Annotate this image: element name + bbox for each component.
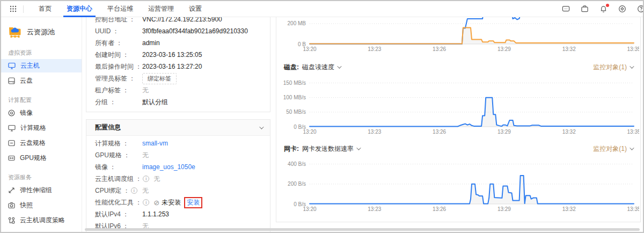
sidebar-item-label: 弹性伸缩组 [20, 186, 52, 195]
sidebar-item-label: 云主机 [20, 61, 40, 70]
sidebar-title: 云资源池 [27, 27, 55, 37]
compute-spec-link[interactable]: small-vm [142, 140, 168, 147]
sidebar: 云资源池 虚拟资源 云主机 云盘 计算配置 镜像 计算规格 云盘规格 GPU规格… [1, 17, 82, 232]
row-label: CPU绑定 ： [95, 186, 130, 195]
svg-text:13:20: 13:20 [303, 129, 316, 135]
monitor-objects-label: 监控对象(1) [593, 63, 627, 72]
config-row-cpu-bind: CPU绑定 ：i 无 [86, 185, 270, 196]
briefcase-icon[interactable] [580, 5, 589, 13]
sidebar-item-gpu-spec[interactable]: GPU规格 [1, 151, 82, 165]
row-label: 性能优化工具 ： [95, 198, 142, 207]
sidebar-section-resource-services: 资源服务 [8, 173, 82, 181]
row-label: 最后操作时间 ： [95, 62, 142, 71]
last-op-time-value: 2023-03-16 13:27:20 [142, 63, 202, 70]
apps-grid-icon[interactable] [10, 5, 17, 12]
nav-item-home[interactable]: 首页 [31, 1, 59, 17]
gpu-icon [8, 155, 15, 162]
info-icon[interactable]: i [131, 187, 137, 194]
scale-arrows-icon [8, 187, 15, 194]
settings-icon[interactable] [618, 5, 626, 13]
chevron-down-icon [356, 145, 361, 150]
svg-text:13:26: 13:26 [433, 206, 446, 212]
detail-row-group: 分组 ：默认分组 [86, 96, 270, 108]
monitor-icon [8, 125, 16, 132]
config-card-header[interactable]: 配置信息 [86, 120, 270, 136]
sidebar-logo: 云资源池 [1, 17, 82, 40]
svg-text:13:32: 13:32 [562, 46, 576, 52]
nav-item-resource-center[interactable]: 资源中心 [59, 1, 100, 17]
policy-nodes-icon [8, 217, 15, 224]
nic-monitor-objects-dropdown[interactable]: 监控对象(1) [593, 144, 633, 154]
sidebar-item-disk-spec[interactable]: 云盘规格 [1, 136, 82, 150]
camera-icon [8, 202, 15, 209]
sidebar-item-scheduling-policy[interactable]: 云主机调度策略 [1, 214, 82, 227]
disk-monitor-objects-dropdown[interactable]: 监控对象(1) [593, 63, 633, 72]
top-nav-bar: 首页 资源中心 平台运维 运营管理 设置 [1, 1, 643, 17]
row-label: 管理员标签 ： [95, 74, 142, 83]
row-label: 创建时间 ： [95, 50, 142, 60]
nic-category-label: 网卡: [284, 144, 299, 154]
nav-item-settings[interactable]: 设置 [181, 1, 209, 17]
config-info-card: 配置信息 计算规格 ：small-vm GPU规格 ：无 镜像 ：image_u… [86, 119, 270, 233]
image-link[interactable]: image_uos_1050e [142, 163, 195, 171]
row-label: 所有者 ： [95, 39, 142, 48]
sched-group-value: 无 [153, 174, 160, 184]
row-label: UUID ： [95, 27, 142, 36]
sidebar-item-image[interactable]: 镜像 [1, 106, 82, 120]
info-icon[interactable]: i [143, 176, 149, 182]
svg-text:13:20: 13:20 [303, 206, 316, 212]
nic-metric-dropdown[interactable]: 网卡发送数据速率 [302, 144, 360, 154]
svg-text:13:26: 13:26 [433, 46, 446, 52]
bell-icon[interactable] [599, 5, 608, 13]
disk-chart-header: 磁盘: 磁盘读速度 监控对象(1) [284, 62, 633, 72]
bind-tag-button[interactable]: 绑定标签 [142, 73, 177, 84]
created-time-value: 2023-03-16 13:25:05 [142, 51, 202, 59]
nav-item-operation-mgmt[interactable]: 运营管理 [141, 1, 181, 17]
config-card-title: 配置信息 [95, 123, 121, 132]
disk-metric-dropdown[interactable]: 磁盘读速度 [302, 63, 340, 72]
sidebar-item-compute-spec[interactable]: 计算规格 [1, 121, 82, 135]
owner-value: admin [142, 39, 160, 47]
svg-text:13:23: 13:23 [368, 46, 381, 52]
svg-text:150 MB/s: 150 MB/s [283, 80, 306, 86]
disk-metric-label: 磁盘读速度 [302, 63, 334, 72]
help-icon[interactable] [636, 5, 644, 13]
detail-row-owner: 所有者 ：admin [86, 37, 270, 49]
sidebar-section-virtual-resources: 虚拟资源 [8, 49, 82, 57]
tenant-tag-value: 无 [142, 86, 149, 95]
monitoring-panel: 0 B200 MB13:2013:2313:2613:2913:3213:35 … [276, 17, 641, 222]
group-value: 默认分组 [142, 98, 168, 107]
svg-text:13:26: 13:26 [433, 129, 446, 135]
chevron-down-icon[interactable] [259, 125, 264, 129]
gpu-spec-value: 无 [142, 151, 149, 160]
svg-text:13:29: 13:29 [497, 206, 511, 212]
chevron-down-icon [337, 64, 341, 68]
svg-text:13:23: 13:23 [368, 206, 381, 212]
basic-info-card: 控制台地址 ：VNC://172.24.192.213:5900 UUID ：3… [86, 12, 270, 112]
monitor-icon [8, 62, 16, 69]
message-icon[interactable] [561, 5, 570, 13]
config-row-compute-spec: 计算规格 ：small-vm [86, 137, 270, 149]
sidebar-item-cloud-disk[interactable]: 云盘 [1, 74, 82, 88]
detail-row-admin-tag: 管理员标签 ：绑定标签 [86, 72, 270, 84]
info-icon[interactable]: i [143, 199, 149, 206]
sidebar-section-compute-config: 计算配置 [8, 96, 82, 104]
sidebar-item-cloud-host[interactable]: 云主机 [1, 59, 82, 72]
disk-read-speed-chart: 0 B/s50 MB/s100 MB/s150 MB/s13:2013:2313… [276, 79, 639, 136]
sidebar-item-label: GPU规格 [20, 154, 47, 163]
horizontal-scrollbar[interactable] [85, 228, 640, 231]
sidebar-item-snapshot[interactable]: 快照 [1, 199, 82, 212]
detail-row-last-op: 最后操作时间 ：2023-03-16 13:27:20 [86, 61, 270, 72]
config-row-image: 镜像 ：image_uos_1050e [86, 161, 270, 173]
sidebar-item-label: 计算规格 [20, 123, 46, 133]
nav-item-platform-ops[interactable]: 平台运维 [100, 1, 141, 17]
row-label: 计算规格 ： [95, 139, 142, 148]
app-window: 首页 资源中心 平台运维 运营管理 设置 [0, 0, 644, 233]
ipv4-value: 1.1.1.253 [142, 210, 169, 218]
nic-metric-label: 网卡发送数据速率 [302, 144, 354, 154]
svg-text:50 MB/s: 50 MB/s [286, 109, 306, 115]
sidebar-item-auto-scaling-group[interactable]: 弹性伸缩组 [1, 184, 82, 197]
row-label: 镜像 ： [95, 163, 142, 172]
sidebar-item-label: 快照 [20, 201, 33, 210]
install-link[interactable]: 安装 [184, 197, 202, 208]
